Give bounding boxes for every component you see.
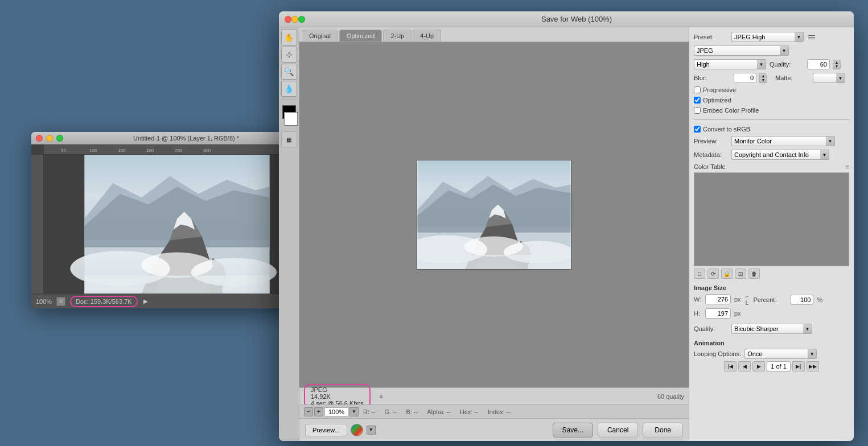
metadata-arrow[interactable]: ▼	[820, 150, 829, 160]
quality-label: 60 quality	[657, 393, 684, 400]
ps-canvas	[44, 155, 310, 294]
stream-icon: ≡	[380, 393, 383, 399]
color-table-menu[interactable]: ≡	[846, 164, 849, 170]
looping-label: Looping Options:	[694, 350, 741, 357]
status-items: R: -- G: -- B: -- Alpha: -- Hex: -- Inde…	[363, 408, 511, 415]
zoom-increase-button[interactable]: +	[314, 407, 323, 416]
ct-trash-button[interactable]: 🗑	[748, 269, 760, 279]
hex-value: Hex: --	[460, 408, 479, 415]
resize-quality-arrow[interactable]: ▼	[803, 324, 812, 334]
percent-input[interactable]	[791, 295, 813, 305]
percent-unit: %	[817, 296, 822, 303]
hand-tool-button[interactable]: ✋	[281, 30, 297, 46]
looping-select[interactable]: Once	[744, 349, 810, 359]
ps-maximize-button[interactable]	[56, 135, 63, 142]
preset-row: Preset: JPEG High ▼	[694, 32, 849, 42]
metadata-label: Metadata:	[694, 151, 728, 158]
preset-menu-button[interactable]	[807, 32, 816, 42]
metadata-select[interactable]: Copyright and Contact Info	[731, 150, 822, 160]
marquee-tool-button[interactable]: ⊹	[281, 47, 297, 63]
matte-label: Matte:	[775, 75, 809, 81]
save-button[interactable]: Save...	[553, 423, 593, 437]
toolbar-divider	[281, 100, 297, 100]
height-label: H:	[694, 310, 702, 317]
quality-type-arrow[interactable]: ▼	[757, 59, 766, 69]
blur-down-button[interactable]: ▼	[759, 78, 767, 83]
zoom-value[interactable]: 100%	[324, 407, 348, 416]
zoom-decrease-button[interactable]: −	[304, 407, 313, 416]
sfw-preview-canvas	[299, 42, 689, 387]
sfw-file-infobar: JPEG 14.92K 4 sec @ 56.6 Kbps ≡ 60 quali…	[299, 387, 689, 404]
tab-original[interactable]: Original	[302, 30, 338, 42]
format-select-arrow[interactable]: ▼	[780, 46, 789, 56]
width-input[interactable]	[705, 294, 731, 304]
quality-down-button[interactable]: ▼	[833, 64, 841, 69]
preset-select-arrow[interactable]: ▼	[795, 32, 804, 42]
convert-srgb-checkbox[interactable]	[694, 126, 701, 133]
r-value: R: --	[363, 408, 375, 415]
ps-minimize-button[interactable]	[46, 135, 53, 142]
color-picker-icon[interactable]	[351, 424, 363, 436]
color-table-area	[694, 172, 849, 266]
anim-first-button[interactable]: |◀	[724, 361, 737, 371]
image-size-section: Image Size W: px ⌐ L Percent: %	[694, 284, 849, 334]
quality-value-input[interactable]: 60	[807, 59, 830, 69]
sfw-right-panel: Preset: JPEG High ▼ JPEG	[689, 27, 854, 441]
slice-select-button[interactable]: ▦	[281, 131, 297, 147]
preview-button[interactable]: Preview...	[305, 424, 347, 436]
quality-spinner: ▲ ▼	[833, 60, 841, 69]
matte-select[interactable]	[813, 73, 838, 83]
preview-mode-label: Preview:	[694, 138, 728, 144]
looping-arrow[interactable]: ▼	[808, 349, 817, 359]
done-button[interactable]: Done	[643, 423, 683, 437]
preview-options-button[interactable]: ▼	[367, 426, 376, 435]
optimized-row: Optimized	[694, 97, 849, 104]
anim-last-button[interactable]: ▶▶	[807, 361, 819, 371]
tab-4up[interactable]: 4-Up	[413, 30, 441, 42]
ps-zoom-level: 100%	[36, 298, 52, 305]
zoom-dropdown-button[interactable]: ▼	[349, 407, 359, 416]
ct-new-color-button[interactable]: □	[694, 269, 705, 279]
link-chain-icon: ⌐ L	[746, 294, 749, 306]
sfw-preview-image	[417, 160, 571, 269]
anim-play-button[interactable]: ▶	[752, 361, 765, 371]
preview-select-arrow[interactable]: ▼	[826, 136, 835, 146]
height-input[interactable]	[705, 308, 731, 319]
ct-delete-button[interactable]: ⟳	[707, 269, 719, 279]
matte-arrow[interactable]: ▼	[836, 73, 845, 83]
preset-select[interactable]: JPEG High	[731, 32, 797, 42]
tab-2up[interactable]: 2-Up	[383, 30, 412, 42]
optimized-checkbox[interactable]	[694, 97, 701, 104]
sfw-minimize-button[interactable]	[291, 16, 298, 23]
format-select[interactable]: JPEG	[694, 46, 782, 56]
eyedropper-tool-button[interactable]: 💧	[281, 81, 297, 97]
sfw-window: Save for Web (100%) ✋ ⊹ 🔍 💧 ▦ Original O…	[279, 11, 854, 441]
ps-channel-icon: ≡	[56, 297, 65, 306]
background-color-swatch[interactable]	[284, 112, 298, 126]
percent-label: Percent:	[753, 296, 787, 303]
cancel-button[interactable]: Cancel	[598, 423, 638, 437]
ps-close-button[interactable]	[36, 135, 43, 142]
sfw-close-button[interactable]	[285, 16, 291, 23]
resize-quality-select[interactable]: Bicubic Sharper	[731, 324, 805, 334]
blur-input[interactable]	[734, 73, 756, 83]
ct-snap-button[interactable]: ⊡	[735, 269, 746, 279]
animation-controls: |◀ ◀ ▶ 1 of 1 ▶| ▶▶	[694, 361, 849, 371]
quality-type-select[interactable]: High	[694, 59, 759, 69]
image-size-inputs: W: px ⌐ L Percent: % H:	[694, 294, 849, 334]
resize-quality-select-wrapper: Bicubic Sharper ▼	[731, 324, 812, 334]
ct-lock-button[interactable]: 🔒	[721, 269, 733, 279]
ps-titlebar: Untitled-1 @ 100% (Layer 1, RGB/8) *	[31, 132, 310, 144]
embed-color-row: Embed Color Profile	[694, 107, 849, 114]
progressive-checkbox[interactable]	[694, 86, 701, 93]
anim-prev-button[interactable]: ◀	[738, 361, 751, 371]
color-table-toolbar: □ ⟳ 🔒 ⊡ 🗑	[694, 269, 849, 279]
anim-next-button[interactable]: ▶|	[792, 361, 805, 371]
image-size-title: Image Size	[694, 284, 849, 291]
embed-color-checkbox[interactable]	[694, 107, 701, 114]
preview-select[interactable]: Monitor Color	[731, 136, 828, 146]
tab-optimized[interactable]: Optimized	[339, 30, 382, 42]
zoom-tool-button[interactable]: 🔍	[281, 64, 297, 80]
sfw-maximize-button[interactable]	[298, 16, 305, 23]
sfw-statusbar: − + 100% ▼ R: -- G: -- B: -- Alpha: -- H…	[299, 404, 689, 418]
